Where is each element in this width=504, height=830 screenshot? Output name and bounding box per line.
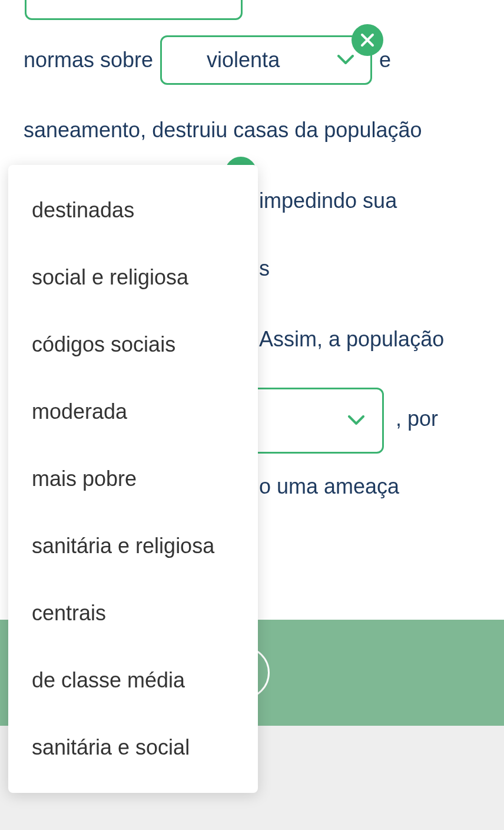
dropdown-empty[interactable] (247, 388, 384, 454)
text-line-2: saneamento, destruiu casas da população (24, 118, 422, 143)
text-segment: normas sobre (24, 48, 153, 72)
dropdown-option[interactable]: sanitária e religiosa (8, 512, 258, 580)
dropdown-option[interactable]: mais pobre (8, 445, 258, 512)
dropdown-option[interactable]: moderada (8, 378, 258, 445)
text-segment: e (379, 48, 391, 72)
dropdown-option[interactable]: destinadas (8, 177, 258, 244)
dropdown-option[interactable]: centrais (8, 580, 258, 647)
dropdown-value: violenta (178, 48, 308, 72)
dropdown-option[interactable]: sanitária e social (8, 714, 258, 781)
partial-dropdown-top[interactable] (25, 0, 243, 20)
text-line-1: normas sobre violenta e (24, 35, 391, 85)
text-line-7: o uma ameaça (259, 474, 399, 499)
dropdown-option[interactable]: social e religiosa (8, 244, 258, 311)
close-icon[interactable] (352, 24, 383, 56)
text-line-5: Assim, a população (259, 327, 444, 352)
text-line-6: , por (396, 406, 438, 431)
exercise-content: normas sobre violenta e saneamento, dest… (0, 0, 504, 830)
dropdown-options-menu: destinadas social e religiosa códigos so… (8, 165, 258, 793)
dropdown-option[interactable]: de classe média (8, 647, 258, 714)
text-line-3: impedindo sua (259, 189, 397, 213)
dropdown-violenta[interactable]: violenta (160, 35, 372, 85)
dropdown-option[interactable]: códigos sociais (8, 311, 258, 378)
text-line-4: s (259, 256, 270, 281)
chevron-down-icon (337, 52, 354, 68)
chevron-down-icon (348, 412, 364, 429)
